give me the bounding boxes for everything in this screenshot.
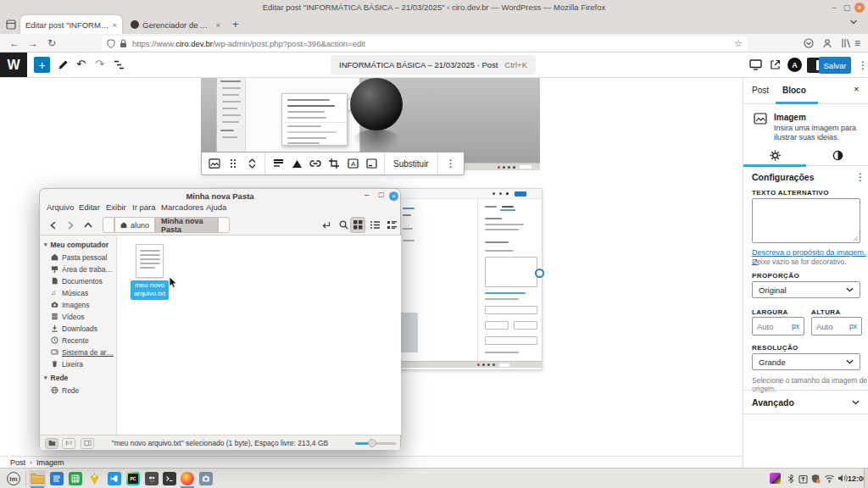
place-musicas[interactable]: ♫ Músicas (41, 287, 116, 298)
forward-button[interactable]: → (25, 37, 41, 49)
close-button[interactable]: × (854, 3, 865, 13)
places-header-computer[interactable]: ▾ Meu computador (41, 239, 116, 250)
save-button[interactable]: Salvar (819, 57, 851, 74)
place-recente[interactable]: Recente (41, 335, 116, 346)
tab-editar-post[interactable]: Editar post "INFORMÁTICA BÁS × (20, 15, 122, 34)
fm-maximize-button[interactable]: ▢ (378, 191, 385, 198)
shield-icon[interactable] (107, 39, 115, 48)
place-sistema-de-arquivos[interactable]: Sistema de ar… (41, 347, 116, 358)
place-pasta-pessoal[interactable]: Pasta pessoal (41, 252, 116, 263)
fm-forward-button[interactable] (63, 217, 78, 233)
places-header-rede[interactable]: ▾ Rede (41, 372, 116, 383)
menu-exibir[interactable]: Exibir (106, 202, 126, 212)
preview-external-button[interactable] (770, 59, 781, 70)
firefox-view-button[interactable] (5, 19, 17, 30)
pocket-icon[interactable] (804, 38, 814, 48)
site-icon[interactable]: A (787, 58, 802, 72)
library-icon[interactable] (841, 38, 851, 48)
taskbar-app-notes[interactable] (86, 470, 103, 487)
tray-notifications-icon[interactable] (810, 474, 821, 484)
tray-updates-icon[interactable] (798, 474, 808, 484)
fm-titlebar[interactable]: Minha nova Pasta – ▢ × (40, 189, 400, 202)
list-tabs-button[interactable] (849, 19, 858, 25)
minimize-button[interactable]: – (829, 3, 839, 13)
fm-minimize-button[interactable]: – (364, 190, 370, 199)
taskbar-app-files[interactable] (29, 470, 46, 487)
settings-options-icon[interactable]: ⋮ (855, 171, 865, 183)
tab-gerenciador[interactable]: Gerenciador de Arquivos Ne × (125, 15, 225, 34)
back-button[interactable]: ← (7, 37, 22, 49)
place-imagens[interactable]: Imagens (41, 299, 116, 310)
align-icon[interactable] (269, 153, 287, 174)
lock-icon[interactable] (120, 39, 127, 48)
reload-button[interactable]: ↻ (44, 37, 59, 49)
text-over-image-icon[interactable]: A (343, 153, 362, 174)
compact-view-button[interactable] (384, 217, 399, 233)
breadcrumb-root[interactable]: Post (10, 458, 25, 467)
tab-close-icon[interactable]: × (112, 20, 117, 30)
file-name-label[interactable]: meu novo arquivo.txt (131, 280, 169, 300)
taskbar-app-writer[interactable] (48, 470, 65, 487)
taskbar-app-terminal[interactable] (161, 470, 178, 487)
height-input[interactable] (816, 322, 842, 331)
image-block-icon[interactable] (205, 153, 224, 174)
options-menu-icon[interactable]: ⋮ (858, 59, 868, 71)
file-icon[interactable] (136, 244, 164, 278)
duotone-filter-icon[interactable] (287, 153, 306, 174)
drag-handle-icon[interactable] (224, 153, 242, 174)
alt-text-textarea[interactable] (752, 198, 860, 243)
menu-arquivo[interactable]: Arquivo (47, 202, 74, 212)
height-unit[interactable]: px (849, 322, 857, 330)
fm-close-button[interactable]: × (389, 191, 398, 201)
place-area-de-trabalho[interactable]: Área de traba… (41, 263, 116, 274)
bookmark-star-icon[interactable]: ☆ (734, 38, 743, 49)
taskbar-app-gimp[interactable] (143, 470, 160, 487)
menu-icon[interactable]: ≡ (854, 37, 860, 49)
document-title-button[interactable]: INFORMÁTICA BÁSICA – 21/03/2025 · Post C… (331, 55, 536, 75)
taskbar-app-screenshot[interactable] (198, 470, 214, 487)
place-documentos[interactable]: Documentos (41, 275, 116, 286)
place-downloads[interactable]: Downloads (41, 323, 116, 334)
taskbar-app-pycharm[interactable]: PC (125, 470, 142, 487)
redo-button[interactable]: ↷ (95, 58, 104, 70)
styles-tab[interactable] (832, 149, 844, 162)
undo-button[interactable]: ↶ (76, 58, 86, 70)
place-videos[interactable]: Vídeos (41, 311, 116, 322)
tray-color-cube-icon[interactable] (770, 473, 781, 484)
block-inserter-button[interactable]: + (34, 57, 50, 73)
zoom-slider-handle[interactable] (368, 439, 376, 447)
tab-close-icon[interactable]: × (215, 20, 220, 30)
fm-file-area[interactable]: meu novo arquivo.txt (117, 236, 401, 435)
ratio-select[interactable]: Original (752, 281, 860, 298)
account-icon[interactable] (822, 38, 832, 48)
breadcrumb-home-segment[interactable]: aluno (114, 217, 155, 233)
caption-icon[interactable] (362, 153, 381, 174)
place-lixeira[interactable]: Lixeira (41, 358, 116, 369)
breadcrumb-current-segment[interactable]: Minha nova Pasta (155, 217, 218, 233)
move-up-down-buttons[interactable] (242, 153, 261, 174)
list-view-button[interactable] (114, 59, 125, 70)
taskbar-menu-button[interactable]: lm (5, 470, 22, 487)
search-button[interactable] (336, 217, 351, 233)
settings-tab[interactable] (769, 149, 782, 162)
menu-editar[interactable]: Editar (79, 202, 100, 212)
tray-volume-icon[interactable] (837, 474, 848, 483)
tools-button[interactable] (58, 59, 69, 70)
tab-block[interactable]: Bloco (782, 86, 806, 95)
menu-ajuda[interactable]: Ajuda (206, 202, 226, 212)
grid-view-button[interactable] (350, 217, 365, 233)
breadcrumb-scroll-right[interactable] (218, 217, 230, 233)
view-button[interactable] (749, 59, 762, 70)
maximize-button[interactable]: ▢ (842, 3, 852, 13)
image-resize-handle[interactable] (535, 269, 544, 278)
fm-up-button[interactable] (81, 217, 96, 233)
menu-ir-para[interactable]: Ir para (132, 202, 155, 212)
breadcrumb-current[interactable]: Imagem (36, 458, 64, 467)
tray-bluetooth-icon[interactable] (787, 474, 794, 484)
link-icon[interactable] (306, 153, 325, 174)
place-rede[interactable]: Rede (41, 385, 116, 396)
tab-post[interactable]: Post (752, 86, 769, 95)
width-field[interactable]: px (752, 317, 804, 336)
toggle-location-entry-button[interactable] (318, 217, 333, 233)
fm-back-button[interactable] (45, 217, 60, 233)
